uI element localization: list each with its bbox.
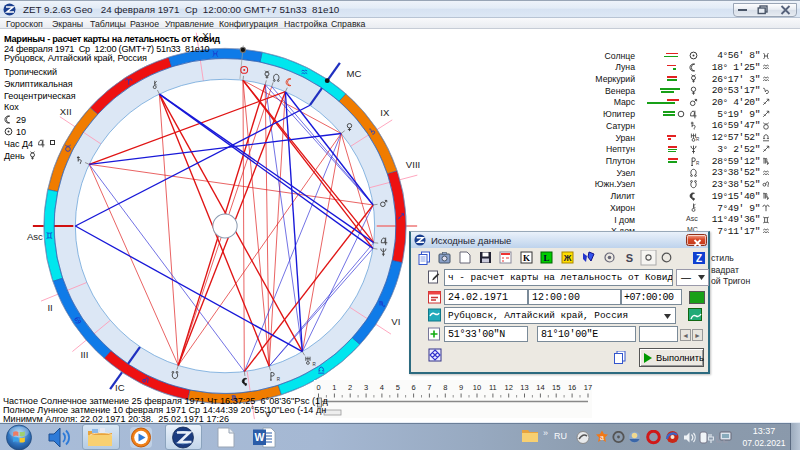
svg-text:VIII: VIII [406,160,420,171]
svg-text:IC: IC [115,382,125,393]
svg-text:a: a [600,434,604,441]
svg-text:Ѕ: Ѕ [626,252,633,264]
svg-text:IX: IX [380,108,390,119]
svg-text:VI: VI [391,316,400,327]
svg-text:K: K [523,253,530,263]
svg-text:II: II [47,302,52,313]
svg-text:W: W [255,431,265,443]
svg-text:III: III [80,349,88,360]
svg-text:Z: Z [696,253,702,264]
svg-text:Asc: Asc [27,231,43,242]
svg-text:MC: MC [346,68,361,79]
svg-text:L: L [543,253,549,263]
svg-text:Ж: Ж [563,253,572,263]
